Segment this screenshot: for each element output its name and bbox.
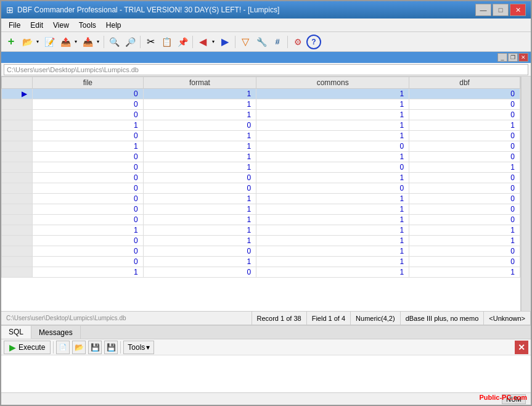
cell-commons[interactable]: 1 (256, 152, 409, 162)
cell-format[interactable]: 1 (143, 204, 256, 215)
cell-format[interactable]: 1 (143, 215, 256, 225)
import-button[interactable]: 📥 (80, 35, 95, 49)
cell-commons[interactable]: 1 (256, 131, 409, 141)
table-row[interactable]: 0110 (2, 204, 520, 215)
cell-format[interactable]: 0 (143, 267, 256, 278)
table-row[interactable]: 0000 (2, 183, 520, 194)
help-button[interactable]: ? (306, 35, 321, 49)
cell-commons[interactable]: 1 (256, 194, 409, 204)
close-button[interactable]: ✕ (510, 4, 526, 16)
filter-button[interactable]: ▽ (238, 35, 253, 49)
cell-commons[interactable]: 1 (256, 120, 409, 131)
cell-file[interactable]: 0 (33, 152, 144, 162)
sql-content[interactable] (1, 355, 531, 392)
cell-commons[interactable]: 0 (256, 183, 409, 194)
cell-format[interactable]: 1 (143, 194, 256, 204)
cell-file[interactable]: 0 (33, 162, 144, 173)
cell-format[interactable]: 1 (143, 162, 256, 173)
cell-format[interactable]: 1 (143, 89, 256, 99)
cell-file[interactable]: 0 (33, 215, 144, 225)
cell-commons[interactable]: 1 (256, 267, 409, 278)
cell-file[interactable]: 0 (33, 236, 144, 246)
settings-button[interactable]: ⚙ (290, 35, 305, 49)
cell-commons[interactable]: 1 (256, 215, 409, 225)
cell-dbf[interactable]: 0 (409, 194, 520, 204)
cell-dbf[interactable]: 0 (409, 89, 520, 99)
col-file[interactable]: file (33, 77, 144, 89)
cell-dbf[interactable]: 1 (409, 120, 520, 131)
cell-file[interactable]: 0 (33, 246, 144, 257)
inner-minimize-btn[interactable]: _ (497, 53, 507, 62)
cell-file[interactable]: 1 (33, 267, 144, 278)
cell-dbf[interactable]: 0 (409, 141, 520, 152)
cell-dbf[interactable]: 0 (409, 152, 520, 162)
cell-dbf[interactable]: 0 (409, 110, 520, 120)
cell-dbf[interactable]: 0 (409, 257, 520, 267)
cell-dbf[interactable]: 1 (409, 267, 520, 278)
table-row[interactable]: 0010 (2, 173, 520, 183)
cell-commons[interactable]: 1 (256, 225, 409, 236)
menu-edit[interactable]: Edit (25, 20, 48, 31)
tab-sql[interactable]: SQL (1, 326, 31, 339)
sql-open-btn[interactable]: 📂 (72, 341, 86, 354)
cut-button[interactable]: ✂ (143, 35, 158, 49)
sql-close-button[interactable]: ✕ (515, 341, 528, 354)
cell-commons[interactable]: 1 (256, 99, 409, 110)
table-row[interactable]: 0110 (2, 152, 520, 162)
cell-dbf[interactable]: 1 (409, 236, 520, 246)
cell-dbf[interactable]: 0 (409, 131, 520, 141)
minimize-button[interactable]: — (475, 4, 491, 16)
cell-format[interactable]: 0 (143, 246, 256, 257)
cell-dbf[interactable]: 0 (409, 246, 520, 257)
cell-format[interactable]: 1 (143, 236, 256, 246)
cell-dbf[interactable]: 0 (409, 99, 520, 110)
cell-file[interactable]: 0 (33, 89, 144, 99)
inner-close-btn[interactable]: ✕ (518, 53, 528, 62)
cell-dbf[interactable]: 0 (409, 173, 520, 183)
table-row[interactable]: ▶0110 (2, 89, 520, 99)
cell-format[interactable]: 1 (143, 131, 256, 141)
cell-format[interactable]: 1 (143, 99, 256, 110)
table-row[interactable]: 0110 (2, 131, 520, 141)
cell-file[interactable]: 0 (33, 173, 144, 183)
cell-format[interactable]: 0 (143, 183, 256, 194)
cell-file[interactable]: 1 (33, 225, 144, 236)
table-row[interactable]: 1111 (2, 225, 520, 236)
execute-button[interactable]: ▶ Execute (4, 341, 51, 354)
table-row[interactable]: 1011 (2, 267, 520, 278)
tab-messages[interactable]: Messages (31, 326, 81, 339)
cell-format[interactable]: 1 (143, 152, 256, 162)
cell-format[interactable]: 1 (143, 110, 256, 120)
cell-commons[interactable]: 1 (256, 89, 409, 99)
cell-commons[interactable]: 1 (256, 110, 409, 120)
cell-commons[interactable]: 1 (256, 246, 409, 257)
menu-view[interactable]: View (48, 20, 74, 31)
cell-file[interactable]: 0 (33, 194, 144, 204)
cell-commons[interactable]: 0 (256, 162, 409, 173)
inner-restore-btn[interactable]: ❐ (508, 53, 518, 62)
address-input[interactable] (4, 64, 528, 75)
cell-format[interactable]: 0 (143, 173, 256, 183)
open-button[interactable]: 📂 (20, 35, 35, 49)
table-row[interactable]: 0110 (2, 110, 520, 120)
cell-format[interactable]: 0 (143, 120, 256, 131)
cell-file[interactable]: 0 (33, 99, 144, 110)
table-row[interactable]: 1011 (2, 120, 520, 131)
cell-format[interactable]: 1 (143, 141, 256, 152)
nav-back-button[interactable]: ◀ (195, 35, 210, 49)
cell-file[interactable]: 1 (33, 120, 144, 131)
tools-button[interactable]: 🔧 (254, 35, 269, 49)
menu-file[interactable]: File (4, 20, 25, 31)
table-row[interactable]: 0111 (2, 236, 520, 246)
calc-button[interactable]: # (270, 35, 285, 49)
table-row[interactable]: 0110 (2, 257, 520, 267)
table-row[interactable]: 0010 (2, 246, 520, 257)
col-dbf[interactable]: dbf (409, 77, 520, 89)
table-row[interactable]: 0110 (2, 194, 520, 204)
sql-new-btn[interactable]: 📄 (56, 341, 70, 354)
cell-file[interactable]: 0 (33, 183, 144, 194)
cell-commons[interactable]: 0 (256, 141, 409, 152)
search-button[interactable]: 🔎 (123, 35, 137, 49)
maximize-button[interactable]: □ (493, 4, 509, 16)
cell-format[interactable]: 1 (143, 225, 256, 236)
